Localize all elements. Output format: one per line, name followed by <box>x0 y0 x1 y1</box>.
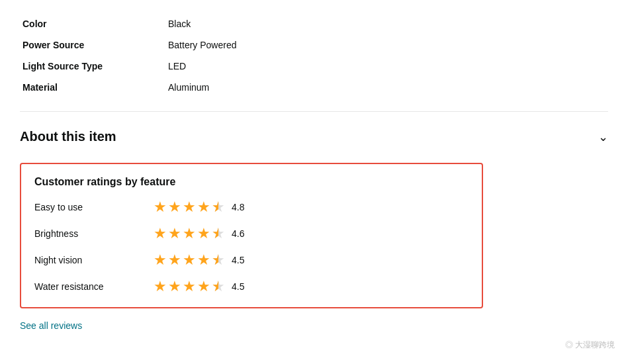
chevron-down-icon[interactable]: ⌄ <box>598 130 608 144</box>
stars-container: ★★★★ ★ ★ 4.6 <box>154 225 244 242</box>
rating-row: Night vision ★★★★ ★ ★ 4.5 <box>34 251 469 269</box>
star-full-icon: ★ <box>168 200 181 214</box>
see-all-reviews-link[interactable]: See all reviews <box>20 320 82 331</box>
star-full-icon: ★ <box>183 200 196 214</box>
about-title: About this item <box>20 129 116 144</box>
rating-label: Night vision <box>34 255 154 265</box>
star-full-icon: ★ <box>154 200 167 214</box>
spec-label: Power Source <box>20 34 165 56</box>
spec-label: Light Source Type <box>20 56 165 77</box>
star-full-icon: ★ <box>154 253 167 267</box>
star-half-icon: ★ ★ <box>212 225 225 242</box>
star-half-icon: ★ ★ <box>212 278 225 295</box>
spec-row: Material Aluminum <box>20 77 608 98</box>
spec-row: Light Source Type LED <box>20 56 608 77</box>
star-full-icon: ★ <box>154 226 167 241</box>
star-full-icon: ★ <box>183 253 196 267</box>
rating-label: Water resistance <box>34 281 154 292</box>
star-full-icon: ★ <box>154 279 167 294</box>
rating-label: Brightness <box>34 228 154 239</box>
rating-value: 4.6 <box>232 228 244 239</box>
rating-row: Brightness ★★★★ ★ ★ 4.6 <box>34 225 469 242</box>
stars-container: ★★★★ ★ ★ 4.5 <box>154 251 244 269</box>
star-full-icon: ★ <box>183 279 196 294</box>
divider <box>20 111 608 112</box>
ratings-box: Customer ratings by feature Easy to use … <box>20 163 483 308</box>
rating-row: Easy to use ★★★★ ★ ★ 4.8 <box>34 199 469 216</box>
star-full-icon: ★ <box>197 200 210 214</box>
stars-container: ★★★★ ★ ★ 4.8 <box>154 199 244 216</box>
specs-table: Color Black Power Source Battery Powered… <box>20 13 608 98</box>
spec-row: Power Source Battery Powered <box>20 34 608 56</box>
spec-value: LED <box>165 56 608 77</box>
stars-container: ★★★★ ★ ★ 4.5 <box>154 278 244 295</box>
about-section: About this item ⌄ <box>20 122 608 151</box>
spec-label: Color <box>20 13 165 34</box>
star-full-icon: ★ <box>168 279 181 294</box>
spec-label: Material <box>20 77 165 98</box>
ratings-list: Easy to use ★★★★ ★ ★ 4.8 Brightness ★★★★… <box>34 199 469 295</box>
star-full-icon: ★ <box>197 279 210 294</box>
rating-value: 4.5 <box>232 281 244 292</box>
spec-value: Battery Powered <box>165 34 608 56</box>
star-full-icon: ★ <box>197 226 210 241</box>
star-full-icon: ★ <box>197 253 210 267</box>
star-full-icon: ★ <box>168 253 181 267</box>
spec-row: Color Black <box>20 13 608 34</box>
watermark: ◎ 大湿聊跨境 <box>565 340 615 351</box>
rating-label: Easy to use <box>34 202 154 212</box>
star-half-icon: ★ ★ <box>212 251 225 269</box>
ratings-title: Customer ratings by feature <box>34 176 469 188</box>
spec-value: Aluminum <box>165 77 608 98</box>
rating-row: Water resistance ★★★★ ★ ★ 4.5 <box>34 278 469 295</box>
star-full-icon: ★ <box>183 226 196 241</box>
star-half-icon: ★ ★ <box>212 199 225 216</box>
rating-value: 4.5 <box>232 255 244 265</box>
rating-value: 4.8 <box>232 202 244 212</box>
star-full-icon: ★ <box>168 226 181 241</box>
spec-value: Black <box>165 13 608 34</box>
